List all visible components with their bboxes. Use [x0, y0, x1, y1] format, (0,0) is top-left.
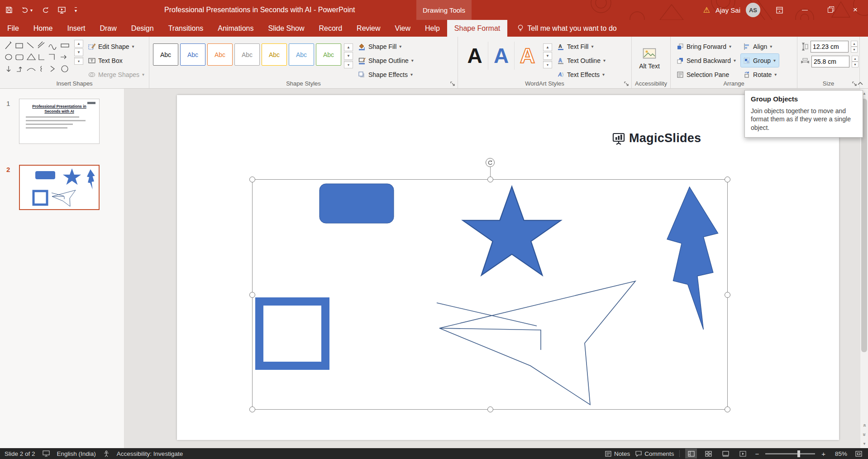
shape-fill-button[interactable]: Shape Fill ▾ — [356, 40, 416, 53]
merge-shapes-button[interactable]: Merge Shapes ▾ — [86, 68, 147, 81]
slide-editing-surface[interactable]: MagicSlides — [177, 95, 839, 440]
tab-home[interactable]: Home — [26, 20, 60, 37]
tab-insert[interactable]: Insert — [60, 20, 92, 37]
fit-slide-to-window-button[interactable] — [853, 449, 864, 459]
shape-height-increase-button[interactable]: ▲ — [851, 41, 858, 47]
tab-animations[interactable]: Animations — [210, 20, 261, 37]
slide-sorter-view-button[interactable] — [702, 449, 714, 459]
reading-view-button[interactable] — [720, 449, 731, 459]
shape-style-down-button[interactable]: ▼ — [344, 52, 353, 60]
previous-slide-button[interactable]: » — [860, 421, 868, 430]
shape-style-more-button[interactable]: ▾ — [344, 61, 353, 68]
selection-handle-e[interactable] — [725, 292, 730, 298]
wordart-up-button[interactable]: ▲ — [543, 43, 552, 51]
selection-handle-se[interactable] — [725, 406, 730, 412]
align-button[interactable]: Align ▾ — [741, 40, 779, 53]
shape-style-preset-4[interactable]: Abc — [234, 43, 260, 66]
send-backward-button[interactable]: Send Backward ▾ — [674, 54, 738, 67]
shape-gallery-up-button[interactable]: ▲ — [74, 40, 83, 48]
tab-shape-format[interactable]: Shape Format — [447, 20, 507, 37]
close-button[interactable]: × — [843, 0, 868, 20]
redo-button[interactable] — [42, 7, 49, 13]
bring-forward-button[interactable]: Bring Forward ▾ — [674, 40, 738, 53]
ribbon-display-options-button[interactable] — [767, 0, 792, 20]
selection-handle-w[interactable] — [249, 292, 255, 298]
wordart-more-button[interactable]: ▾ — [543, 61, 552, 68]
user-name[interactable]: Ajay Sai — [715, 6, 740, 14]
tab-slide-show[interactable]: Slide Show — [261, 20, 311, 37]
shape-style-preset-3[interactable]: Abc — [207, 43, 233, 66]
tab-file[interactable]: File — [0, 20, 26, 37]
alt-text-button[interactable]: Alt Text — [635, 40, 663, 78]
selection-handle-ne[interactable] — [725, 177, 730, 182]
wordart-preset-3[interactable]: A — [514, 42, 540, 70]
shape-width-increase-button[interactable]: ▲ — [852, 56, 858, 62]
tab-transitions[interactable]: Transitions — [161, 20, 211, 37]
tell-me-search[interactable]: Tell me what you want to do — [517, 20, 616, 37]
accessibility-status[interactable]: Accessibility: Investigate — [117, 450, 183, 457]
save-button[interactable] — [5, 6, 13, 14]
slide-1-thumbnail[interactable]: Professional Presentations in Seconds wi… — [19, 99, 100, 144]
selection-handle-n[interactable] — [487, 177, 493, 182]
zoom-level[interactable]: 85% — [832, 450, 847, 457]
slideshow-view-button[interactable] — [737, 449, 749, 459]
text-box-button[interactable]: Text Box — [86, 54, 147, 67]
shape-height-input[interactable] — [811, 41, 849, 53]
rotate-button[interactable]: Rotate ▾ — [741, 68, 779, 81]
wordart-preset-2[interactable]: A — [488, 42, 514, 70]
selection-handle-s[interactable] — [487, 406, 493, 412]
next-slide-button[interactable]: » — [860, 430, 868, 439]
shape-gallery-more-button[interactable]: ▾ — [74, 57, 83, 65]
shape-style-preset-2[interactable]: Abc — [180, 43, 205, 66]
minimize-button[interactable] — [792, 0, 817, 20]
zoom-slider[interactable] — [765, 453, 815, 454]
rotation-handle[interactable] — [486, 158, 495, 167]
zoom-out-button[interactable]: − — [754, 450, 760, 458]
avatar[interactable]: AS — [746, 3, 760, 17]
zoom-in-button[interactable]: + — [820, 450, 826, 458]
shape-gallery[interactable] — [4, 40, 72, 76]
start-slideshow-button[interactable] — [58, 7, 66, 14]
wordart-down-button[interactable]: ▼ — [543, 52, 552, 60]
tab-draw[interactable]: Draw — [92, 20, 124, 37]
display-settings-icon[interactable] — [43, 450, 50, 457]
tab-record[interactable]: Record — [312, 20, 350, 37]
shape-style-preset-5[interactable]: Abc — [262, 43, 287, 66]
tab-design[interactable]: Design — [124, 20, 161, 37]
shape-width-decrease-button[interactable]: ▼ — [852, 62, 858, 67]
customize-quick-access-button[interactable]: ▾ — [75, 7, 77, 13]
scroll-down-button[interactable]: ▼ — [860, 439, 868, 448]
normal-view-button[interactable] — [685, 449, 697, 459]
tab-view[interactable]: View — [388, 20, 418, 37]
warning-icon[interactable]: ⚠ — [703, 5, 710, 15]
collapse-ribbon-button[interactable] — [857, 81, 863, 86]
shape-style-preset-7[interactable]: Abc — [316, 43, 341, 66]
slide-indicator[interactable]: Slide 2 of 2 — [5, 450, 35, 457]
text-outline-button[interactable]: A Text Outline ▾ — [555, 54, 608, 67]
shape-effects-button[interactable]: Shape Effects ▾ — [356, 68, 416, 81]
edit-shape-button[interactable]: Edit Shape ▾ — [86, 40, 147, 53]
shape-style-preset-1[interactable]: Abc — [153, 43, 178, 66]
vertical-scrollbar[interactable]: ▲ » » ▼ — [860, 89, 868, 448]
shape-style-preset-6[interactable]: Abc — [289, 43, 314, 66]
shape-gallery-down-button[interactable]: ▼ — [74, 48, 83, 56]
notes-button[interactable]: Notes — [605, 450, 630, 457]
accessibility-icon[interactable] — [103, 450, 110, 457]
selection-handle-sw[interactable] — [249, 406, 255, 412]
language-indicator[interactable]: English (India) — [57, 450, 96, 457]
tab-help[interactable]: Help — [418, 20, 447, 37]
shape-outline-button[interactable]: Shape Outline ▾ — [356, 54, 416, 67]
selection-pane-button[interactable]: Selection Pane — [674, 68, 738, 81]
wordart-preset-1[interactable]: A — [462, 42, 488, 70]
zoom-slider-thumb[interactable] — [797, 450, 800, 457]
comments-button[interactable]: Comments — [635, 450, 674, 457]
undo-button[interactable]: ▾ — [22, 7, 33, 13]
undo-dropdown-icon[interactable]: ▾ — [30, 8, 33, 13]
restore-button[interactable] — [817, 0, 843, 20]
text-fill-button[interactable]: A Text Fill ▾ — [555, 40, 608, 53]
selection-handle-nw[interactable] — [249, 177, 255, 182]
group-button[interactable]: Group ▾ — [741, 54, 779, 67]
text-effects-button[interactable]: A Text Effects ▾ — [555, 68, 608, 81]
shape-width-input[interactable] — [811, 56, 849, 67]
slide-2-thumbnail[interactable] — [19, 165, 100, 210]
